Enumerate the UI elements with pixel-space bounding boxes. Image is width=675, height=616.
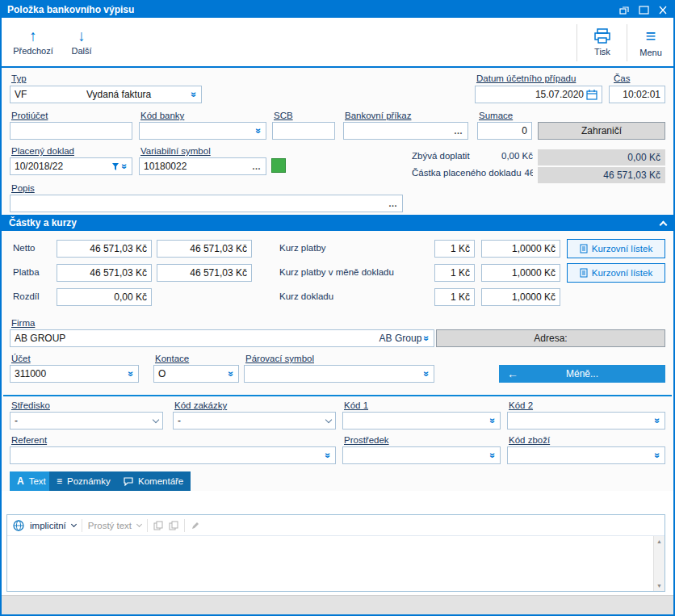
bank-order-field[interactable]: …	[343, 122, 468, 140]
order-code-field[interactable]: -	[173, 412, 336, 430]
code2-field[interactable]: »	[507, 412, 665, 430]
dropdown-icon[interactable]: »	[120, 164, 130, 170]
resource-field[interactable]: »	[342, 446, 501, 464]
summation-field[interactable]: 0	[477, 122, 532, 140]
ellipsis-button[interactable]: …	[252, 162, 262, 171]
dropdown-icon[interactable]: »	[254, 128, 264, 134]
company-label: Firma	[11, 318, 35, 328]
document-rate-value-1: 1 Kč	[439, 291, 470, 303]
document-rate-field-2[interactable]: 1,0000 Kč	[481, 288, 560, 306]
type-name: Vydaná faktura	[86, 89, 189, 100]
posting-label: Kontace	[155, 354, 189, 363]
dropdown-icon[interactable]: »	[422, 336, 432, 342]
window-controls	[619, 6, 668, 15]
calendar-icon[interactable]	[586, 90, 597, 100]
editor-scrollbar[interactable]: ▲ ▼	[653, 536, 665, 591]
posting-field[interactable]: O »	[153, 365, 239, 383]
order-code-label: Kód zakázky	[174, 400, 227, 410]
difference-field[interactable]: 0,00 Kč	[57, 288, 152, 306]
time-field[interactable]: 10:02:01	[609, 86, 665, 103]
scroll-down-icon[interactable]: ▼	[656, 583, 662, 589]
company-link[interactable]: AB Group	[379, 333, 422, 344]
float-window-icon[interactable]	[619, 6, 630, 15]
account-field[interactable]: 311000 »	[10, 365, 139, 383]
dropdown-icon[interactable]: »	[653, 453, 663, 459]
paste-icon[interactable]	[169, 521, 178, 530]
payment-rate-field-1[interactable]: 1 Kč	[434, 240, 475, 258]
payment-field-2[interactable]: 46 571,03 Kč	[157, 264, 252, 282]
less-button[interactable]: ← Méně...	[499, 365, 665, 383]
next-button[interactable]: ↓ Další	[61, 21, 102, 63]
exchange-list-button-1[interactable]: Kurzovní lístek	[567, 239, 665, 258]
combo-arrow-icon[interactable]	[153, 416, 159, 422]
dropdown-icon[interactable]: »	[488, 418, 498, 424]
description-field[interactable]: …	[10, 195, 403, 212]
remaining-amount-label: Zbývá doplatit	[412, 151, 470, 161]
summation-value: 0	[482, 125, 527, 136]
cost-center-field[interactable]: -	[10, 412, 163, 430]
difference-label: Rozdíl	[13, 291, 40, 301]
pairing-symbol-label: Párovací symbol	[245, 354, 314, 363]
variable-symbol-field[interactable]: 10180022 …	[139, 157, 266, 175]
scroll-up-icon[interactable]: ▲	[656, 538, 662, 544]
previous-label: Předchozí	[13, 46, 53, 56]
netto-field-2[interactable]: 46 571,03 Kč	[157, 240, 252, 258]
address-button[interactable]: Adresa:	[436, 329, 665, 347]
company-value: AB GROUP	[15, 333, 377, 344]
netto-field-1[interactable]: 46 571,03 Kč	[57, 240, 152, 258]
language-selector[interactable]: implicitní	[30, 521, 66, 530]
tab-text[interactable]: A Text	[10, 471, 53, 491]
payment-label: Platba	[13, 267, 40, 277]
dropdown-icon[interactable]: »	[422, 371, 432, 377]
copy-icon[interactable]	[153, 521, 163, 530]
dropdown-icon[interactable]: »	[488, 453, 498, 459]
payment-field-1[interactable]: 46 571,03 Kč	[57, 264, 152, 282]
dropdown-icon[interactable]: »	[127, 371, 136, 377]
dropdown-icon[interactable]: »	[653, 418, 663, 424]
scb-field[interactable]	[272, 122, 335, 140]
status-strip	[2, 595, 673, 614]
doc-currency-rate-field-2[interactable]: 1,0000 Kč	[481, 264, 560, 282]
document-rate-field-1[interactable]: 1 Kč	[434, 288, 475, 306]
editor-textarea[interactable]	[7, 536, 653, 591]
exchange-list-button-2[interactable]: Kurzovní lístek	[567, 263, 665, 283]
company-field[interactable]: AB GROUP AB Group »	[10, 329, 434, 347]
code1-field[interactable]: »	[342, 412, 501, 430]
menu-button[interactable]: ≡ Menu	[630, 21, 672, 63]
chevron-down-icon[interactable]	[136, 522, 142, 527]
tab-notes[interactable]: ≡ Poznámky	[49, 471, 118, 491]
accounting-date-field[interactable]: 15.07.2020	[475, 86, 602, 103]
ellipsis-button[interactable]: …	[388, 199, 398, 208]
description-label: Popis	[11, 183, 35, 193]
dropdown-icon[interactable]: »	[227, 371, 237, 377]
referent-field[interactable]: »	[10, 446, 336, 464]
accounting-date-label: Datum účetního případu	[476, 73, 576, 83]
edit-pencil-icon[interactable]	[191, 521, 200, 530]
close-icon[interactable]	[658, 6, 668, 15]
pairing-symbol-field[interactable]: »	[244, 365, 434, 383]
foreign-button[interactable]: Zahraničí	[538, 122, 665, 140]
counter-account-field[interactable]	[10, 122, 132, 140]
ellipsis-button[interactable]: …	[454, 127, 463, 136]
print-button[interactable]: Tisk	[581, 21, 623, 63]
goods-code-field[interactable]: »	[507, 446, 665, 464]
bank-code-field[interactable]: »	[139, 122, 266, 140]
previous-button[interactable]: ↑ Předchozí	[6, 21, 60, 63]
paid-document-field[interactable]: 10/2018/22 »	[10, 157, 132, 175]
paid-doc-amount-value: 46 571,03 Kč	[525, 168, 533, 178]
chevron-down-icon[interactable]	[71, 522, 77, 527]
collapse-section-icon[interactable]	[660, 220, 668, 228]
account-label: Účet	[11, 354, 31, 363]
payment-rate-value-2: 1,0000 Kč	[486, 243, 556, 254]
dropdown-icon[interactable]: »	[324, 453, 333, 459]
tab-comments[interactable]: Komentáře	[116, 471, 191, 491]
doc-currency-rate-field-1[interactable]: 1 Kč	[434, 264, 475, 282]
payment-rate-field-2[interactable]: 1,0000 Kč	[481, 240, 560, 258]
document-icon	[580, 268, 588, 278]
combo-arrow-icon[interactable]	[325, 416, 332, 422]
type-field[interactable]: VF Vydaná faktura »	[10, 86, 202, 103]
maximize-icon[interactable]	[639, 6, 649, 15]
dropdown-icon[interactable]: »	[190, 92, 199, 98]
format-selector[interactable]: Prostý text	[88, 521, 132, 530]
document-icon	[580, 244, 588, 254]
